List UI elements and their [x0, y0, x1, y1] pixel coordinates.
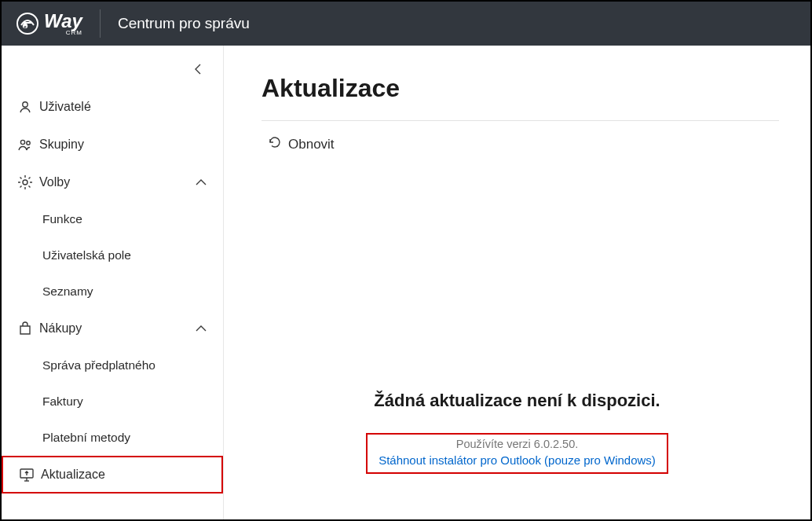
- sidebar-label-features: Funkce: [42, 212, 82, 226]
- sidebar-label-purchases: Nákupy: [39, 321, 193, 336]
- brand-name: Way: [44, 12, 82, 31]
- sidebar-item-users[interactable]: Uživatelé: [2, 88, 223, 126]
- page-title: Aktualizace: [262, 74, 779, 103]
- sidebar-item-lists[interactable]: Seznamy: [2, 273, 223, 310]
- header-title: Centrum pro správu: [118, 15, 250, 32]
- refresh-button[interactable]: Obnovit: [262, 135, 779, 153]
- sidebar-label-users: Uživatelé: [39, 100, 209, 114]
- sidebar-label-userfields: Uživatelská pole: [42, 248, 131, 262]
- user-icon: [17, 99, 39, 115]
- version-text: Používíte verzi 6.0.2.50.: [379, 438, 656, 450]
- bag-icon: [17, 321, 39, 336]
- sidebar-item-groups[interactable]: Skupiny: [2, 126, 223, 163]
- app-header: e Way CRM Centrum pro správu: [2, 2, 810, 46]
- svg-point-3: [23, 102, 27, 107]
- sidebar-label-lists: Seznamy: [42, 284, 93, 299]
- sidebar-item-options[interactable]: Volby: [2, 163, 223, 201]
- logo-mark-icon: e: [16, 12, 39, 35]
- chevron-up-icon: [193, 177, 209, 188]
- sidebar-label-subscription: Správa předplatného: [42, 358, 155, 372]
- sidebar-item-subscription[interactable]: Správa předplatného: [2, 347, 223, 383]
- download-installer-link[interactable]: Stáhnout instalátor pro Outlook (pouze p…: [379, 453, 656, 467]
- sidebar-item-payment[interactable]: Platební metody: [2, 420, 223, 456]
- status-title: Žádná aktualizace není k dispozici.: [224, 391, 810, 411]
- sidebar-item-features[interactable]: Funkce: [2, 201, 223, 237]
- sidebar-collapse-button[interactable]: [2, 53, 223, 88]
- svg-point-4: [20, 140, 24, 144]
- brand-logo: e Way CRM: [16, 9, 101, 38]
- sidebar-item-invoices[interactable]: Faktury: [2, 383, 223, 420]
- download-highlight-box: Používíte verzi 6.0.2.50. Stáhnout insta…: [366, 433, 668, 474]
- svg-point-6: [23, 180, 27, 185]
- logo-text-block: Way CRM: [44, 12, 82, 36]
- divider: [262, 120, 779, 121]
- sidebar-item-updates[interactable]: Aktualizace: [2, 456, 223, 493]
- sidebar-label-options: Volby: [39, 175, 193, 189]
- group-icon: [17, 137, 39, 152]
- sidebar-label-payment: Platební metody: [42, 431, 130, 445]
- main-content: Aktualizace Obnovit Žádná aktualizace ne…: [224, 46, 810, 519]
- chevron-left-icon: [193, 63, 204, 79]
- refresh-icon: [268, 135, 282, 153]
- sidebar-item-userfields[interactable]: Uživatelská pole: [2, 237, 223, 273]
- sidebar-label-groups: Skupiny: [39, 138, 209, 152]
- sidebar-label-updates: Aktualizace: [41, 468, 207, 482]
- sidebar-label-invoices: Faktury: [42, 394, 83, 409]
- sidebar: Uživatelé Skupiny Volby Funkce Uživatels…: [2, 46, 224, 519]
- monitor-upload-icon: [19, 467, 41, 482]
- sidebar-item-purchases[interactable]: Nákupy: [2, 310, 223, 347]
- refresh-label: Obnovit: [288, 137, 335, 152]
- gear-icon: [17, 174, 39, 190]
- chevron-up-icon: [193, 323, 209, 334]
- update-status-block: Žádná aktualizace není k dispozici. Použ…: [224, 391, 810, 474]
- svg-point-5: [27, 141, 30, 145]
